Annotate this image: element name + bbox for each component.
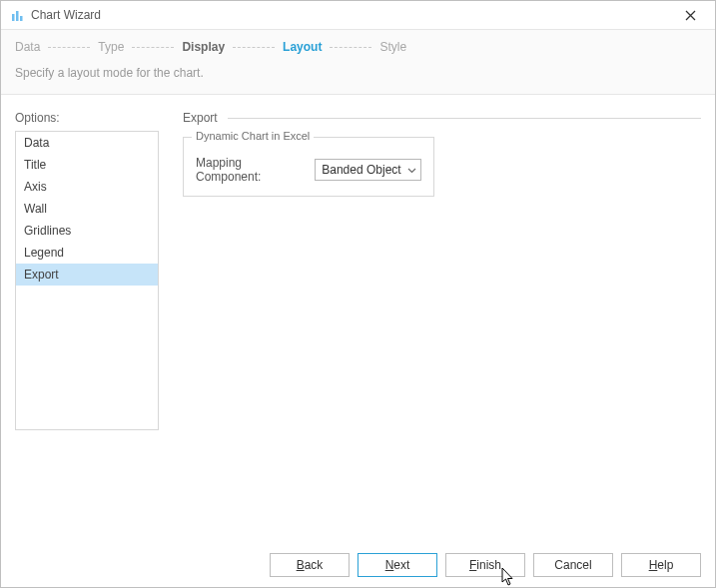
options-item-gridlines[interactable]: Gridlines (16, 220, 158, 242)
next-button[interactable]: Next (358, 553, 437, 577)
options-item-axis[interactable]: Axis (16, 176, 158, 198)
titlebar: Chart Wizard (1, 1, 715, 29)
options-item-data[interactable]: Data (16, 132, 158, 154)
svg-rect-2 (20, 16, 23, 21)
back-button[interactable]: Back (270, 553, 350, 577)
step-type[interactable]: Type (98, 40, 124, 54)
section-title: Export (183, 111, 218, 125)
step-data[interactable]: Data (15, 40, 40, 54)
step-layout[interactable]: Layout (283, 40, 322, 54)
mapping-component-label: Mapping Component: (196, 156, 309, 184)
step-style[interactable]: Style (379, 40, 406, 54)
groupbox-legend: Dynamic Chart in Excel (192, 130, 314, 142)
options-item-title[interactable]: Title (16, 154, 158, 176)
chart-icon (11, 8, 25, 22)
cancel-button[interactable]: Cancel (533, 553, 613, 577)
wizard-header: Data Type Display Layout Style Specify a… (1, 29, 715, 95)
close-button[interactable] (673, 3, 707, 27)
section-rule (228, 118, 701, 119)
close-icon (685, 10, 696, 21)
mapping-component-value: Banded Object (322, 163, 400, 177)
step-display[interactable]: Display (182, 40, 225, 54)
window-title: Chart Wizard (31, 8, 101, 22)
wizard-footer: Back Next Finish Cancel Help (1, 540, 715, 588)
wizard-steps: Data Type Display Layout Style (15, 40, 701, 54)
chevron-down-icon (407, 166, 416, 175)
svg-rect-0 (12, 14, 15, 21)
cancel-label: Cancel (554, 558, 591, 572)
help-button[interactable]: Help (621, 553, 701, 577)
options-item-export[interactable]: Export (16, 264, 158, 286)
mapping-component-select[interactable]: Banded Object (315, 159, 421, 181)
options-item-legend[interactable]: Legend (16, 242, 158, 264)
wizard-subtitle: Specify a layout mode for the chart. (15, 66, 701, 80)
svg-rect-1 (16, 11, 19, 21)
dynamic-chart-groupbox: Dynamic Chart in Excel Mapping Component… (183, 137, 434, 197)
options-label: Options: (15, 111, 159, 125)
options-list[interactable]: Data Title Axis Wall Gridlines Legend Ex… (15, 131, 159, 430)
finish-button[interactable]: Finish (445, 553, 525, 577)
options-item-wall[interactable]: Wall (16, 198, 158, 220)
